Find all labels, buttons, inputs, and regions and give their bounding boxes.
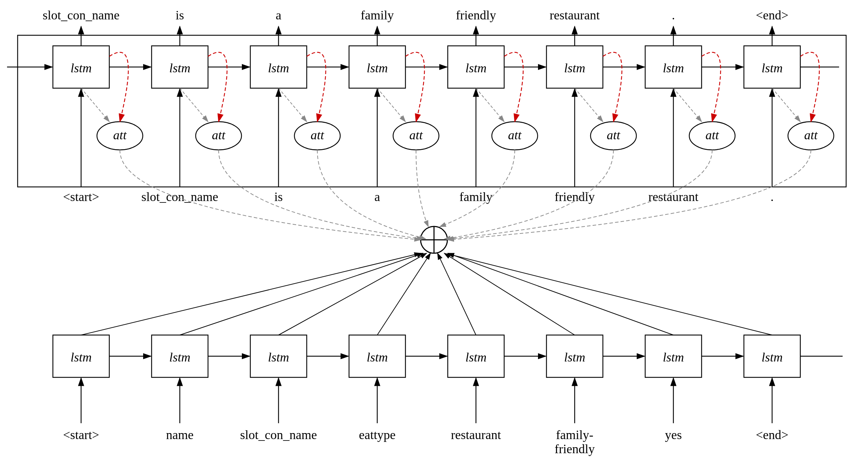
bottom-input-label-8: <end> xyxy=(756,428,789,442)
bottom-input-label-5: restaurant xyxy=(451,428,501,442)
lstm-label-8: lstm xyxy=(762,61,783,75)
bottom-to-plus-1 xyxy=(81,253,421,335)
lstm-label-1: lstm xyxy=(71,61,92,75)
att-label-3: att xyxy=(311,128,324,142)
input-label-top-3: is xyxy=(274,190,283,204)
diagram-container: lstm lstm lstm lstm lstm lstm lstm lstm xyxy=(0,0,868,462)
lstm-label-7: lstm xyxy=(663,61,684,75)
bottom-lstm-label-7: lstm xyxy=(663,350,684,364)
input-label-top-8: . xyxy=(771,190,774,204)
bottom-lstm-label-5: lstm xyxy=(465,350,487,364)
input-label-top-5: family xyxy=(459,190,493,204)
lstm-label-2: lstm xyxy=(169,61,190,75)
output-label-3: a xyxy=(276,8,281,22)
att-label-5: att xyxy=(508,128,522,142)
bottom-lstm-label-6: lstm xyxy=(564,350,585,364)
lstm-label-4: lstm xyxy=(367,61,388,75)
bottom-lstm-label-2: lstm xyxy=(169,350,190,364)
encoder-box xyxy=(18,35,846,187)
bottom-input-label-6b: friendly xyxy=(555,442,595,456)
input-label-top-2: slot_con_name xyxy=(141,190,218,204)
att-label-7: att xyxy=(705,128,719,142)
att-label-6: att xyxy=(607,128,621,142)
bottom-input-label-1: <start> xyxy=(63,428,99,442)
output-label-2: is xyxy=(176,8,184,22)
output-label-1: slot_con_name xyxy=(43,8,120,22)
bottom-input-label-7: yes xyxy=(665,428,682,442)
att-label-8: att xyxy=(804,128,818,142)
bottom-lstm-label-4: lstm xyxy=(367,350,388,364)
output-label-8: <end> xyxy=(756,8,789,22)
lstm-label-3: lstm xyxy=(268,61,289,75)
lstm-label-5: lstm xyxy=(465,61,487,75)
output-label-6: restaurant xyxy=(550,8,600,22)
output-label-4: family xyxy=(361,8,394,22)
lstm-label-6: lstm xyxy=(564,61,585,75)
output-label-7: . xyxy=(672,8,675,22)
input-label-top-1: <start> xyxy=(63,190,99,204)
main-diagram: lstm lstm lstm lstm lstm lstm lstm lstm xyxy=(0,0,868,462)
att-label-4: att xyxy=(409,128,423,142)
bottom-to-plus-5 xyxy=(438,253,476,335)
att-label-1: att xyxy=(113,128,127,142)
att-label-2: att xyxy=(212,128,226,142)
input-label-top-4: a xyxy=(374,190,380,204)
input-label-top-7: restaurant xyxy=(648,190,698,204)
bottom-to-plus-7 xyxy=(448,253,673,335)
bottom-lstm-label-8: lstm xyxy=(762,350,783,364)
bottom-input-label-2: name xyxy=(166,428,194,442)
bottom-input-label-3: slot_con_name xyxy=(240,428,317,442)
bottom-lstm-label-3: lstm xyxy=(268,350,289,364)
bottom-to-plus-6 xyxy=(444,253,575,335)
bottom-lstm-label-1: lstm xyxy=(71,350,92,364)
bottom-to-plus-8 xyxy=(448,254,772,335)
bottom-input-label-6a: family- xyxy=(556,428,593,442)
input-label-top-6: friendly xyxy=(555,190,595,204)
bottom-input-label-4: eattype xyxy=(359,428,396,442)
output-label-5: friendly xyxy=(456,8,496,22)
